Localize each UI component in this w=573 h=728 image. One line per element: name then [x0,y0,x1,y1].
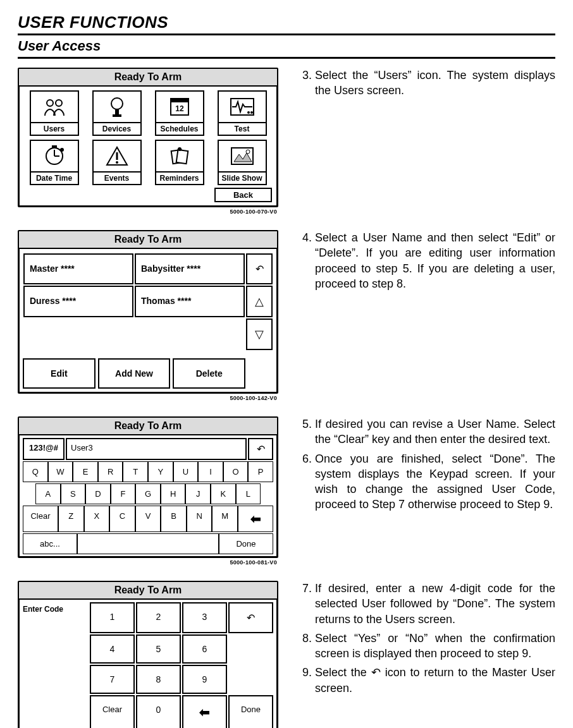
rule-1 [18,33,555,35]
events-label: Events [92,173,142,185]
key[interactable]: A [35,483,61,504]
page-title-2: User Access [18,38,555,54]
svg-rect-6 [171,99,188,102]
keyboard-row-3: Clear Z X C V B N M ⬅ [23,506,273,532]
reminders-icon[interactable] [155,140,204,173]
return-icon[interactable] [248,438,273,460]
test-icon[interactable] [218,90,267,123]
fig-code-3: 5000-100-081-V0 [18,559,277,566]
add-new-button[interactable]: Add New [98,358,171,389]
svg-point-9 [247,111,250,114]
mode-button[interactable]: 123!@# [23,438,65,460]
num-key-2[interactable]: 2 [136,602,181,633]
key[interactable]: O [223,461,249,482]
num-key-3[interactable]: 3 [182,602,227,633]
svg-rect-4 [113,114,121,117]
abc-button[interactable]: abc... [23,533,77,554]
num-key-1[interactable]: 1 [90,602,135,633]
step-3: Select the “Users” icon. The system disp… [315,68,555,99]
num-key-0[interactable]: 0 [136,695,181,728]
edit-button[interactable]: Edit [23,358,96,389]
user-cell[interactable]: Babysitter **** [135,253,245,284]
key[interactable]: E [73,461,98,482]
num-key-5[interactable]: 5 [136,634,181,664]
key[interactable]: D [85,483,111,504]
svg-rect-3 [115,109,119,114]
key[interactable]: I [198,461,223,482]
svg-point-10 [250,111,253,114]
num-key-8[interactable]: 8 [136,665,181,694]
svg-rect-20 [176,150,188,164]
done-button[interactable]: Done [219,533,273,554]
key[interactable]: M [212,506,238,532]
num-key-7[interactable]: 7 [90,665,135,694]
user-cell[interactable]: Master **** [23,253,133,284]
keyboard-row-1: Q W E R T Y U I O P [23,461,273,482]
schedules-icon[interactable]: 12 [155,90,204,123]
devices-icon[interactable] [92,90,142,123]
key[interactable]: F [111,483,136,504]
keyboard-row-2: A S D F G H J K L [23,483,273,504]
key[interactable]: C [109,506,135,532]
num-key-4[interactable]: 4 [90,634,135,664]
key[interactable]: P [248,461,273,482]
clear-button[interactable]: Clear [90,695,135,728]
svg-text:12: 12 [175,104,184,113]
key[interactable]: V [135,506,161,532]
key[interactable]: W [48,461,73,482]
panel-tools: Ready To Arm Users Devices 12 Schedules … [18,68,278,207]
key[interactable]: X [84,506,110,532]
datetime-label: Date Time [30,173,79,185]
key[interactable]: G [135,483,161,504]
key[interactable]: L [236,483,261,504]
svg-point-1 [56,100,62,106]
key[interactable]: T [123,461,148,482]
num-key-6[interactable]: 6 [182,634,227,664]
back-button[interactable]: Back [214,188,272,202]
key[interactable]: Y [148,461,173,482]
key[interactable]: N [187,506,213,532]
datetime-icon[interactable] [30,140,79,173]
svg-point-24 [246,150,250,154]
key[interactable]: Q [23,461,48,482]
done-button[interactable]: Done [228,695,273,728]
key[interactable]: U [173,461,199,482]
key[interactable]: K [211,483,236,504]
reminders-label: Reminders [155,173,204,185]
test-label: Test [218,123,267,136]
key[interactable]: B [161,506,187,532]
down-arrow-icon[interactable]: ▽ [246,318,273,350]
events-icon[interactable] [92,140,142,173]
num-key-9[interactable]: 9 [182,665,227,694]
up-arrow-icon[interactable]: △ [246,286,273,317]
slideshow-icon[interactable] [218,140,267,173]
slideshow-label: Slide Show [218,173,267,185]
svg-rect-14 [52,145,57,149]
users-label: Users [30,123,79,136]
key[interactable]: R [98,461,123,482]
key[interactable]: H [161,483,186,504]
clear-button[interactable]: Clear [23,506,58,532]
return-icon[interactable] [246,253,273,284]
key[interactable]: Z [58,506,84,532]
backspace-icon[interactable]: ⬅ [182,695,227,728]
step-4: Select a User Name and then select “Edit… [315,230,555,291]
delete-button[interactable]: Delete [173,358,245,389]
enter-code-label: Enter Code [23,602,86,728]
svg-point-0 [47,100,53,106]
key[interactable]: J [185,483,211,504]
user-cell[interactable]: Thomas **** [135,286,245,317]
backspace-icon[interactable]: ⬅ [238,506,273,532]
fig-code-2: 5000-100-142-V0 [18,395,277,401]
user-cell[interactable]: Duress **** [23,286,133,317]
name-input[interactable]: User3 [66,438,247,460]
fig-code-1: 5000-100-070-V0 [18,209,277,215]
schedules-label: Schedules [155,123,204,136]
return-icon[interactable] [228,602,273,633]
svg-point-2 [111,98,123,109]
panel-keyboard: Ready To Arm 123!@# User3 Q W E R T Y U … [18,416,278,558]
space-key[interactable] [77,533,219,554]
key[interactable]: S [61,483,86,504]
panel-title: Ready To Arm [19,582,277,600]
users-icon[interactable] [30,90,79,123]
